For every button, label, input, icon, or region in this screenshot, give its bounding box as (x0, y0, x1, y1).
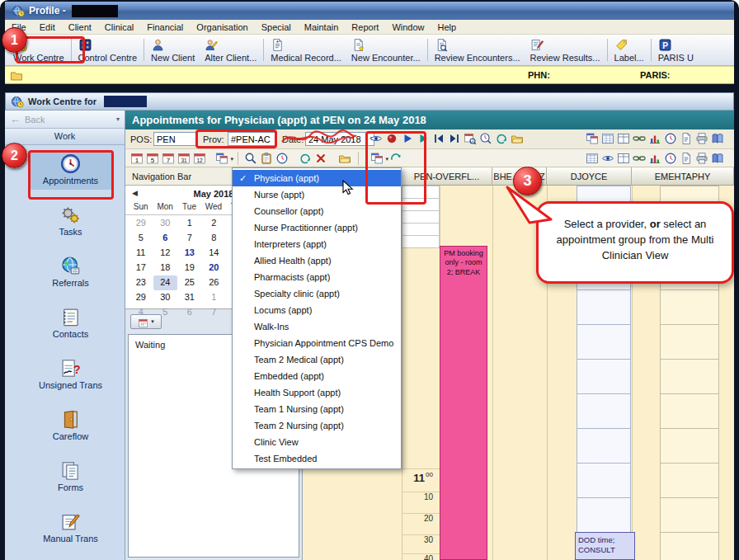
sidebar-item-referrals[interactable]: Referrals (5, 253, 125, 304)
provider-option-locums-appt[interactable]: Locums (appt) (233, 302, 401, 318)
provider-option-test-embedded[interactable]: Test Embedded (233, 450, 401, 467)
appointment-slot[interactable] (577, 428, 631, 464)
appointment-slot[interactable] (577, 497, 631, 533)
calendar-date-30[interactable]: 30 (153, 290, 178, 305)
clipboard-icon[interactable] (260, 152, 273, 165)
mini-calendar-7[interactable]: 7 (162, 152, 175, 165)
calendar-date-29[interactable]: 29 (129, 216, 153, 231)
calendar-date-6[interactable]: 6 (153, 231, 178, 246)
toolbar-button-label[interactable]: Label... (610, 36, 649, 64)
calendar-date-25[interactable]: 25 (177, 275, 202, 290)
appointment-block-dod[interactable]: DOD time; CONSULT (575, 532, 635, 560)
preview-icon[interactable] (601, 152, 614, 165)
calendar-date-13[interactable]: 13 (177, 246, 202, 261)
calendar-date-30[interactable]: 30 (153, 216, 178, 231)
notes-icon[interactable] (711, 132, 724, 145)
work-centre-titlebar[interactable]: Work Centre for (5, 92, 734, 111)
find-date-icon[interactable] (464, 132, 477, 145)
sidebar-item-unsigned-trans[interactable]: ?Unsigned Trans (5, 355, 125, 407)
chart-icon[interactable] (648, 132, 661, 145)
appointment-slot[interactable] (660, 359, 719, 394)
appointment-slot[interactable] (577, 289, 631, 325)
link-icon[interactable] (633, 152, 646, 165)
toolbar-button-new-encounter[interactable]: New Encounter... (346, 36, 426, 64)
calendar-prev-icon[interactable]: ◀ (132, 189, 138, 197)
clock-icon[interactable] (664, 132, 677, 145)
menu-window[interactable]: Window (385, 21, 431, 34)
appointment-slot[interactable] (660, 532, 719, 560)
clock-icon[interactable] (664, 152, 677, 165)
mini-calendar-12[interactable]: 12 (193, 152, 206, 165)
menu-help[interactable]: Help (431, 21, 464, 34)
calendar-date-7[interactable]: 7 (177, 231, 202, 246)
provider-option-team-2-medical-appt[interactable]: Team 2 Medical (appt) (233, 351, 401, 368)
appointment-slot[interactable] (577, 463, 631, 498)
chevron-down-icon[interactable]: ▾ (116, 115, 120, 123)
menu-financial[interactable]: Financial (140, 21, 190, 34)
provider-option-team-1-nursing-appt[interactable]: Team 1 Nursing (appt) (233, 401, 401, 417)
calendar-date-12[interactable]: 12 (153, 246, 178, 261)
print-icon[interactable] (695, 152, 708, 165)
calendar-date-23[interactable]: 23 (129, 275, 153, 290)
calendar-date-26[interactable]: 26 (202, 275, 227, 290)
provider-option-nurse-practitionner-appt[interactable]: Nurse Practitionner (appt) (233, 219, 401, 236)
grid-icon[interactable] (617, 132, 630, 145)
calendar-date-14[interactable]: 14 (202, 246, 227, 261)
appointment-slot[interactable] (660, 428, 719, 464)
provider-option-counsellor-appt[interactable]: Counsellor (appt) (233, 203, 401, 219)
table-icon[interactable] (586, 152, 599, 165)
appointment-slot[interactable] (660, 289, 719, 325)
time-slot-cell[interactable] (402, 235, 440, 248)
provider-option-interpreters-appt[interactable]: Interpreters (appt) (233, 236, 401, 252)
appointment-slot[interactable] (660, 463, 719, 498)
toolbar-button-paris-u[interactable]: PPARIS U (653, 36, 699, 64)
link-icon[interactable] (633, 132, 646, 145)
work-section-header[interactable]: Work (5, 129, 125, 145)
calendar-date-24[interactable]: 24 (153, 275, 178, 290)
toolbar-button-medical-record[interactable]: Medical Record... (266, 36, 346, 64)
table-icon[interactable] (601, 132, 614, 145)
provider-option-health-support-appt[interactable]: Health Support (appt) (233, 384, 401, 401)
document-icon[interactable] (680, 152, 693, 165)
cancel-icon[interactable] (314, 152, 327, 165)
undo-icon[interactable] (299, 152, 312, 165)
toolbar-button-new-client[interactable]: New Client (146, 36, 200, 64)
last-icon[interactable] (448, 132, 461, 145)
calendar-date-19[interactable]: 19 (177, 261, 202, 275)
provider-option-embedded-appt[interactable]: Embedded (appt) (233, 368, 401, 384)
menu-organisation[interactable]: Organisation (190, 21, 254, 34)
calendar-date-31[interactable]: 31 (177, 290, 202, 305)
appointment-slot[interactable] (577, 359, 631, 394)
mini-calendar-1[interactable]: 1 (130, 152, 144, 165)
back-button[interactable]: ← Back ▾ (5, 111, 125, 129)
undo-icon[interactable] (495, 132, 508, 145)
appointment-slot[interactable] (660, 324, 719, 360)
provider-option-specialty-clinic-appt[interactable]: Specialty clinic (appt) (233, 285, 401, 302)
open-folder-icon[interactable] (511, 132, 524, 145)
provider-option-physician-appointment-cps-demo[interactable]: Physician Appointment CPS Demo (233, 335, 401, 351)
multi-view-icon[interactable] (586, 132, 599, 145)
print-icon[interactable] (695, 132, 708, 145)
chart-icon[interactable] (648, 152, 661, 165)
toolbar-button-review-encounters[interactable]: Review Encounters... (430, 36, 525, 64)
sidebar-item-manual-trans[interactable]: Manual Trans (5, 509, 125, 560)
sidebar-item-careflow[interactable]: Careflow (5, 407, 125, 458)
calendar-date-11[interactable]: 11 (129, 246, 153, 261)
mini-calendar-31[interactable]: 31 (177, 152, 191, 165)
menu-client[interactable]: Client (62, 21, 98, 34)
menu-maintain[interactable]: Maintain (298, 21, 346, 34)
appointment-slot[interactable] (577, 324, 631, 360)
appointment-slot[interactable] (660, 393, 719, 429)
time-slot-cell[interactable] (402, 223, 440, 236)
toolbar-button-review-results[interactable]: Review Results... (525, 36, 605, 64)
menu-edit[interactable]: Edit (33, 21, 62, 34)
calendar-date-7[interactable]: 7 (202, 305, 227, 320)
provider-option-team-2-nursing-appt[interactable]: Team 2 Nursing (appt) (233, 417, 401, 434)
sidebar-item-contacts[interactable]: Contacts (5, 304, 125, 355)
appointment-block-pm-booking[interactable]: PM booking only - room 2; BREAK (440, 246, 487, 560)
document-icon[interactable] (680, 132, 693, 145)
menu-special[interactable]: Special (255, 21, 298, 34)
calendar-date-18[interactable]: 18 (153, 261, 178, 275)
provider-option-allied-health-appt[interactable]: Allied Health (appt) (233, 252, 401, 269)
notes-icon[interactable] (711, 152, 724, 165)
